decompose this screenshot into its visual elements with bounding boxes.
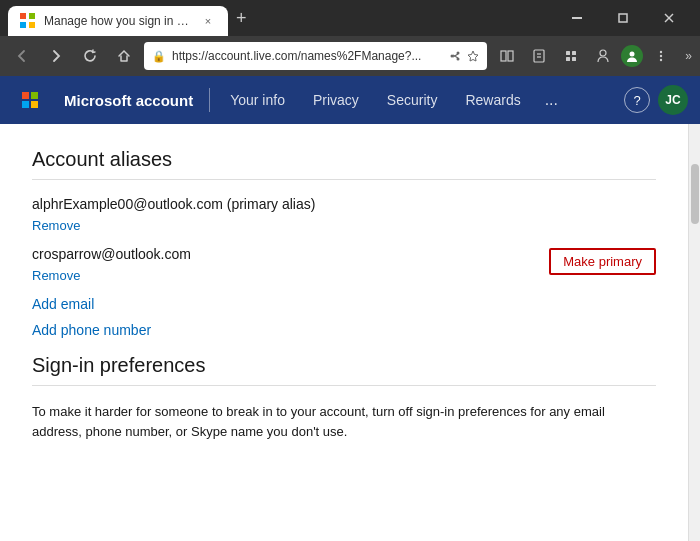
- tab-favicon: [20, 13, 36, 29]
- scrollbar[interactable]: [688, 124, 700, 541]
- ms-logo-yellow: [29, 22, 35, 28]
- ms-apps-icon[interactable]: [12, 82, 48, 118]
- ms-nav-links: Your info Privacy Security Rewards ...: [210, 76, 624, 124]
- svg-point-18: [630, 52, 635, 57]
- svg-point-4: [457, 52, 460, 55]
- add-phone-link[interactable]: Add phone number: [32, 322, 656, 338]
- svg-marker-7: [468, 51, 478, 61]
- ms-logo-blue: [20, 22, 26, 28]
- svg-rect-1: [619, 14, 627, 22]
- restore-button[interactable]: [600, 0, 646, 36]
- alias-1-entry: alphrExample00@outlook.com (primary alia…: [32, 196, 656, 234]
- waffle-yellow: [31, 101, 38, 108]
- section-signin-title: Sign-in preferences: [32, 354, 656, 377]
- forward-button[interactable]: [42, 42, 70, 70]
- alias-1-remove-link[interactable]: Remove: [32, 218, 80, 233]
- show-more-icon[interactable]: »: [685, 49, 692, 63]
- alias-1-email: alphrExample00@outlook.com (primary alia…: [32, 196, 656, 212]
- svg-point-21: [660, 59, 662, 61]
- alias-2-row: crosparrow@outlook.com Remove Make prima…: [32, 246, 656, 284]
- close-window-button[interactable]: [646, 0, 692, 36]
- lock-icon: 🔒: [152, 50, 166, 63]
- browser-titlebar: Manage how you sign in to Micr... × +: [0, 0, 700, 36]
- svg-rect-9: [508, 51, 513, 61]
- waffle-blue: [22, 101, 29, 108]
- scrollbar-thumb[interactable]: [691, 164, 699, 224]
- url-text: https://account.live.com/names%2FManage?…: [172, 49, 443, 63]
- reading-view-icon[interactable]: [493, 42, 521, 70]
- svg-rect-15: [566, 57, 570, 61]
- add-email-link[interactable]: Add email: [32, 296, 656, 312]
- home-button[interactable]: [110, 42, 138, 70]
- signin-prefs-description: To make it harder for someone to break i…: [32, 402, 656, 441]
- alias-2-email: crosparrow@outlook.com: [32, 246, 191, 262]
- ms-brand-name[interactable]: Microsoft account: [48, 88, 210, 112]
- browser-menu-icon[interactable]: [647, 42, 675, 70]
- section-aliases-title: Account aliases: [32, 148, 656, 171]
- tab-close-icon[interactable]: ×: [200, 15, 216, 27]
- divider-2: [32, 385, 656, 386]
- ms-nav-right: ? JC: [624, 85, 688, 115]
- svg-point-17: [600, 50, 606, 56]
- waffle-red: [22, 92, 29, 99]
- tab-label: Manage how you sign in to Micr...: [44, 14, 192, 28]
- address-bar[interactable]: 🔒 https://account.live.com/names%2FManag…: [144, 42, 487, 70]
- main-content: Account aliases alphrExample00@outlook.c…: [0, 124, 688, 541]
- svg-rect-0: [572, 17, 582, 19]
- alias-2-left: crosparrow@outlook.com Remove: [32, 246, 191, 284]
- svg-point-6: [451, 55, 454, 58]
- minimize-button[interactable]: [554, 0, 600, 36]
- svg-rect-14: [572, 51, 576, 55]
- svg-point-19: [660, 51, 662, 53]
- user-avatar[interactable]: JC: [658, 85, 688, 115]
- refresh-button[interactable]: [76, 42, 104, 70]
- nav-link-rewards[interactable]: Rewards: [453, 76, 532, 124]
- svg-rect-16: [572, 57, 576, 61]
- back-button[interactable]: [8, 42, 36, 70]
- nav-link-privacy[interactable]: Privacy: [301, 76, 371, 124]
- new-tab-button[interactable]: +: [236, 8, 247, 29]
- ms-logo-red: [20, 13, 26, 19]
- extensions-icon[interactable]: [557, 42, 585, 70]
- nav-more-icon[interactable]: ...: [537, 91, 566, 109]
- svg-point-20: [660, 55, 662, 57]
- nav-link-your-info[interactable]: Your info: [218, 76, 297, 124]
- share-icon: [449, 50, 461, 62]
- profile-icon[interactable]: [589, 42, 617, 70]
- ms-account-navbar: Microsoft account Your info Privacy Secu…: [0, 76, 700, 124]
- divider-1: [32, 179, 656, 180]
- active-tab[interactable]: Manage how you sign in to Micr... ×: [8, 6, 228, 36]
- svg-point-5: [457, 58, 460, 61]
- make-primary-button[interactable]: Make primary: [549, 248, 656, 275]
- user-avatar-icon[interactable]: [621, 45, 643, 67]
- tab-area: Manage how you sign in to Micr... × +: [8, 0, 550, 36]
- waffle-green: [31, 92, 38, 99]
- alias-2-remove-link[interactable]: Remove: [32, 268, 80, 283]
- help-button[interactable]: ?: [624, 87, 650, 113]
- content-area: Account aliases alphrExample00@outlook.c…: [0, 124, 700, 541]
- nav-link-security[interactable]: Security: [375, 76, 450, 124]
- svg-rect-13: [566, 51, 570, 55]
- collections-icon[interactable]: [525, 42, 553, 70]
- ms-logo-green: [29, 13, 35, 19]
- svg-rect-8: [501, 51, 506, 61]
- svg-rect-10: [534, 50, 544, 62]
- browser-toolbar: 🔒 https://account.live.com/names%2FManag…: [0, 36, 700, 76]
- toolbar-icons: [493, 42, 675, 70]
- bookmark-icon[interactable]: [467, 50, 479, 62]
- window-controls: [554, 0, 692, 36]
